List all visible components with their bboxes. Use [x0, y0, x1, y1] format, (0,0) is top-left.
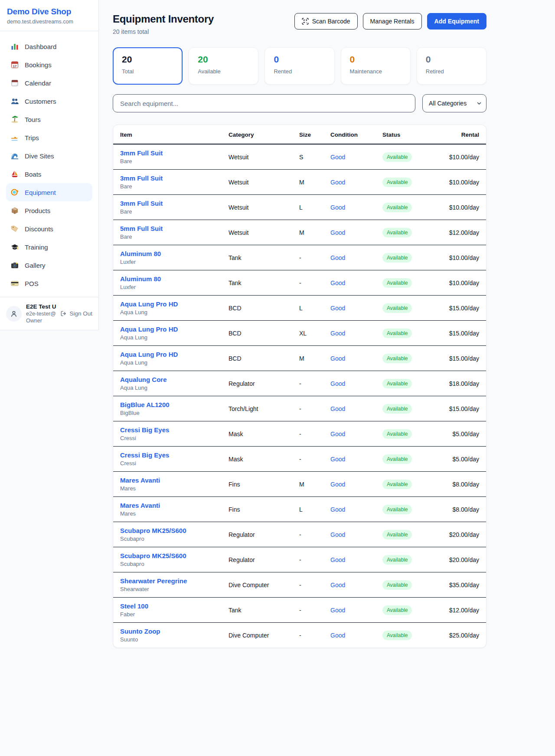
item-name-link[interactable]: BigBlue AL1200 — [120, 401, 215, 408]
stat-value-retired: 0 — [426, 54, 477, 65]
item-cell: Shearwater Peregrine Shearwater — [113, 572, 222, 598]
status-cell: Available — [375, 170, 441, 195]
equipment-row[interactable]: Mares Avanti Mares Fins L Good Available… — [113, 497, 486, 522]
item-name-link[interactable]: Mares Avanti — [120, 502, 215, 509]
rental-cell: $15.00/day — [441, 321, 486, 346]
equipment-row[interactable]: Scubapro MK25/S600 Scubapro Regulator - … — [113, 547, 486, 572]
item-name-link[interactable]: Cressi Big Eyes — [120, 451, 215, 459]
item-name-link[interactable]: Aqualung Core — [120, 376, 215, 383]
condition-link[interactable]: Good — [330, 330, 345, 337]
category-cell: Mask — [222, 421, 292, 447]
item-name-link[interactable]: 3mm Full Suit — [120, 149, 215, 157]
sidebar-item-dashboard[interactable]: Dashboard — [6, 37, 92, 56]
condition-link[interactable]: Good — [330, 556, 345, 563]
equipment-row[interactable]: Aqualung Core Aqua Lung Regulator - Good… — [113, 371, 486, 396]
condition-link[interactable]: Good — [330, 531, 345, 538]
item-name-link[interactable]: Cressi Big Eyes — [120, 426, 215, 434]
equipment-row[interactable]: Cressi Big Eyes Cressi Mask - Good Avail… — [113, 421, 486, 447]
equipment-row[interactable]: 5mm Full Suit Bare Wetsuit M Good Availa… — [113, 220, 486, 245]
sidebar-item-gallery[interactable]: Gallery — [6, 256, 92, 274]
item-name-link[interactable]: Aqua Lung Pro HD — [120, 325, 215, 333]
condition-link[interactable]: Good — [330, 254, 345, 261]
rental-cell: $35.00/day — [441, 572, 486, 598]
sidebar-item-boats[interactable]: Boats — [6, 165, 92, 183]
status-badge: Available — [382, 530, 412, 539]
equipment-row[interactable]: Mares Avanti Mares Fins M Good Available… — [113, 472, 486, 497]
condition-link[interactable]: Good — [330, 456, 345, 463]
equipment-row[interactable]: BigBlue AL1200 BigBlue Torch/Light - Goo… — [113, 396, 486, 421]
status-cell: Available — [375, 421, 441, 447]
equipment-row[interactable]: Aqua Lung Pro HD Aqua Lung BCD L Good Av… — [113, 296, 486, 321]
sidebar-item-bookings[interactable]: 17 Bookings — [6, 56, 92, 74]
equipment-row[interactable]: Aqua Lung Pro HD Aqua Lung BCD XL Good A… — [113, 321, 486, 346]
condition-link[interactable]: Good — [330, 305, 345, 312]
sidebar-item-trips[interactable]: Trips — [6, 128, 92, 147]
stat-card-available[interactable]: 20 Available — [189, 47, 258, 85]
camera-icon — [10, 261, 19, 270]
item-name-link[interactable]: 3mm Full Suit — [120, 200, 215, 207]
manage-rentals-button[interactable]: Manage Rentals — [363, 13, 422, 30]
item-name-link[interactable]: Scubapro MK25/S600 — [120, 527, 215, 534]
equipment-row[interactable]: 3mm Full Suit Bare Wetsuit L Good Availa… — [113, 195, 486, 220]
equipment-table: Item Category Size Condition Status Rent… — [113, 125, 486, 648]
item-name-link[interactable]: Steel 100 — [120, 602, 215, 610]
sidebar-item-customers[interactable]: Customers — [6, 92, 92, 110]
item-name-link[interactable]: Aqua Lung Pro HD — [120, 351, 215, 358]
condition-link[interactable]: Good — [330, 279, 345, 286]
stat-card-maintenance[interactable]: 0 Maintenance — [341, 47, 411, 85]
condition-link[interactable]: Good — [330, 229, 345, 236]
equipment-row[interactable]: Aluminum 80 Luxfer Tank - Good Available… — [113, 270, 486, 296]
condition-link[interactable]: Good — [330, 204, 345, 211]
condition-link[interactable]: Good — [330, 632, 345, 639]
condition-link[interactable]: Good — [330, 431, 345, 437]
sidebar-item-pos[interactable]: POS — [6, 274, 92, 293]
condition-cell: Good — [323, 421, 375, 447]
condition-link[interactable]: Good — [330, 154, 345, 161]
equipment-row[interactable]: Aqua Lung Pro HD Aqua Lung BCD M Good Av… — [113, 346, 486, 371]
item-name-link[interactable]: Aluminum 80 — [120, 275, 215, 283]
category-cell: Tank — [222, 598, 292, 623]
condition-link[interactable]: Good — [330, 179, 345, 186]
item-name-link[interactable]: Aqua Lung Pro HD — [120, 300, 215, 308]
stat-card-rented[interactable]: 0 Rented — [264, 47, 334, 85]
item-name-link[interactable]: Mares Avanti — [120, 477, 215, 484]
condition-link[interactable]: Good — [330, 607, 345, 614]
item-name-link[interactable]: Suunto Zoop — [120, 628, 215, 635]
condition-link[interactable]: Good — [330, 355, 345, 362]
sidebar-item-calendar[interactable]: Calendar — [6, 74, 92, 92]
condition-link[interactable]: Good — [330, 582, 345, 588]
sidebar-item-discounts[interactable]: Discounts — [6, 220, 92, 238]
item-name-link[interactable]: 3mm Full Suit — [120, 174, 215, 182]
sidebar-item-tours[interactable]: Tours — [6, 110, 92, 128]
search-input[interactable] — [113, 94, 415, 112]
equipment-row[interactable]: Steel 100 Faber Tank - Good Available $1… — [113, 598, 486, 623]
equipment-row[interactable]: Cressi Big Eyes Cressi Mask - Good Avail… — [113, 447, 486, 472]
condition-link[interactable]: Good — [330, 380, 345, 387]
equipment-row[interactable]: Aluminum 80 Luxfer Tank - Good Available… — [113, 245, 486, 270]
sign-out-button[interactable]: Sign Out — [60, 310, 92, 317]
stat-card-retired[interactable]: 0 Retired — [417, 47, 486, 85]
condition-link[interactable]: Good — [330, 481, 345, 488]
item-name-link[interactable]: 5mm Full Suit — [120, 225, 215, 232]
condition-link[interactable]: Good — [330, 405, 345, 412]
sidebar-item-dive-sites[interactable]: Dive Sites — [6, 147, 92, 165]
item-brand: Scubapro — [120, 536, 215, 542]
equipment-row[interactable]: Shearwater Peregrine Shearwater Dive Com… — [113, 572, 486, 598]
add-equipment-button[interactable]: Add Equipment — [427, 13, 486, 30]
sidebar-item-products[interactable]: Products — [6, 201, 92, 220]
equipment-row[interactable]: 3mm Full Suit Bare Wetsuit S Good Availa… — [113, 144, 486, 170]
equipment-row[interactable]: 3mm Full Suit Bare Wetsuit M Good Availa… — [113, 170, 486, 195]
category-select[interactable]: All Categories — [422, 94, 486, 112]
item-name-link[interactable]: Shearwater Peregrine — [120, 577, 215, 585]
status-cell: Available — [375, 245, 441, 270]
sidebar-item-equipment[interactable]: Equipment — [6, 183, 92, 201]
stat-card-total[interactable]: 20 Total — [113, 47, 183, 85]
item-name-link[interactable]: Scubapro MK25/S600 — [120, 552, 215, 559]
sidebar-item-training[interactable]: Training — [6, 238, 92, 256]
condition-link[interactable]: Good — [330, 506, 345, 513]
equipment-row[interactable]: Scubapro MK25/S600 Scubapro Regulator - … — [113, 522, 486, 547]
scan-barcode-button[interactable]: Scan Barcode — [294, 13, 358, 30]
item-name-link[interactable]: Aluminum 80 — [120, 250, 215, 257]
equipment-row[interactable]: Suunto Zoop Suunto Dive Computer - Good … — [113, 623, 486, 648]
rental-cell: $25.00/day — [441, 623, 486, 648]
